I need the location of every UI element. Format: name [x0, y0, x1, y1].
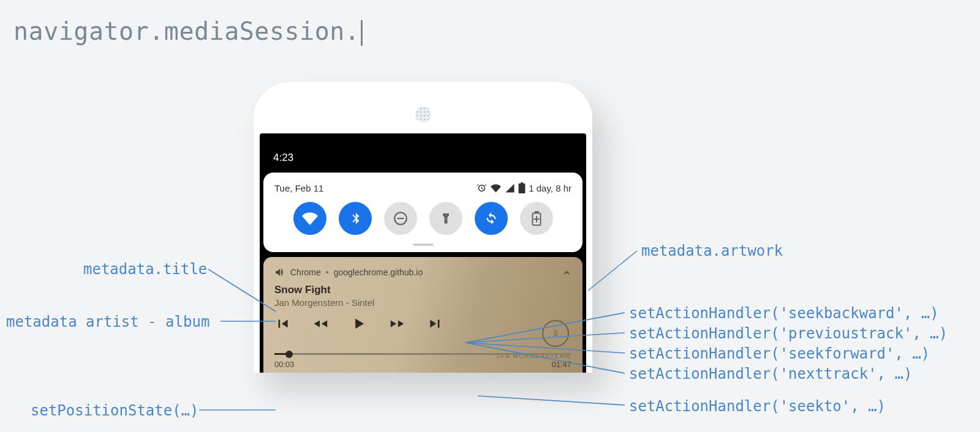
label-previoustrack: setActionHandler('previoustrack', …) [629, 325, 948, 342]
qs-bluetooth[interactable] [339, 202, 372, 235]
chevron-up-icon[interactable] [562, 268, 571, 278]
qs-flashlight[interactable] [429, 202, 462, 235]
qs-battery-saver[interactable] [520, 202, 553, 235]
wifi-status-icon [490, 183, 502, 193]
api-header: navigator.mediaSession. [13, 17, 363, 46]
time-position: 00:03 [274, 360, 295, 369]
label-metadata-artwork: metadata.artwork [641, 242, 783, 259]
seek-forward-icon[interactable] [388, 316, 407, 332]
label-setpositionstate: setPositionState(…) [31, 402, 199, 419]
media-origin: googlechrome.github.io [334, 267, 423, 277]
label-metadata-title: metadata.title [83, 261, 207, 278]
battery-icon [518, 182, 526, 193]
qs-wifi[interactable] [293, 202, 326, 235]
previous-track-icon[interactable] [274, 316, 290, 332]
progress-track[interactable] [274, 353, 571, 355]
alarm-icon [477, 183, 487, 193]
media-controls [274, 315, 571, 332]
volume-icon [274, 267, 285, 278]
progress-thumb-icon[interactable] [285, 351, 293, 358]
speaker-icon [415, 106, 431, 122]
time-duration: 01:47 [551, 360, 571, 369]
label-metadata-artist-album: metadata artist - album [6, 313, 209, 330]
clock: 4:23 [273, 152, 293, 164]
date: Tue, Feb 11 [274, 183, 323, 193]
api-text: navigator.mediaSession. [13, 17, 360, 45]
quick-settings [272, 202, 574, 239]
label-seekto: setActionHandler('seekto', …) [629, 398, 886, 415]
seek-backward-icon[interactable] [311, 316, 330, 332]
label-seekforward: setActionHandler('seekforward', …) [629, 345, 930, 362]
notification-shade: Tue, Feb 11 1 day, 8 hr [263, 173, 582, 252]
label-seekbackward: setActionHandler('seekbackward', …) [629, 305, 939, 322]
next-track-icon[interactable] [428, 316, 443, 332]
media-source: Chrome • googlechrome.github.io [274, 267, 571, 278]
qs-autorotate[interactable] [475, 202, 508, 235]
phone-mockup: 4:23 Tue, Feb 11 1 day, 8 hr [254, 82, 592, 373]
cursor-icon [361, 20, 363, 46]
svg-line-11 [478, 396, 625, 405]
signal-icon [505, 183, 515, 193]
media-title: Snow Fight [274, 284, 571, 296]
artwork-badge-icon: ♀ [542, 320, 569, 347]
media-app: Chrome [290, 267, 321, 277]
drag-handle-icon[interactable] [413, 244, 434, 246]
media-notification: Chrome • googlechrome.github.io Snow Fig… [263, 257, 582, 373]
battery-text: 1 day, 8 hr [529, 183, 571, 193]
status-icons: 1 day, 8 hr [477, 182, 571, 193]
svg-line-6 [588, 251, 637, 291]
phone-screen: 4:23 Tue, Feb 11 1 day, 8 hr [260, 133, 586, 373]
label-nexttrack: setActionHandler('nexttrack', …) [629, 365, 912, 382]
qs-dnd[interactable] [384, 202, 417, 235]
status-bar: 4:23 [260, 133, 586, 169]
play-icon[interactable] [350, 315, 368, 332]
separator: • [326, 267, 329, 277]
media-subtitle: Jan Morgenstern - Sintel [274, 297, 571, 308]
